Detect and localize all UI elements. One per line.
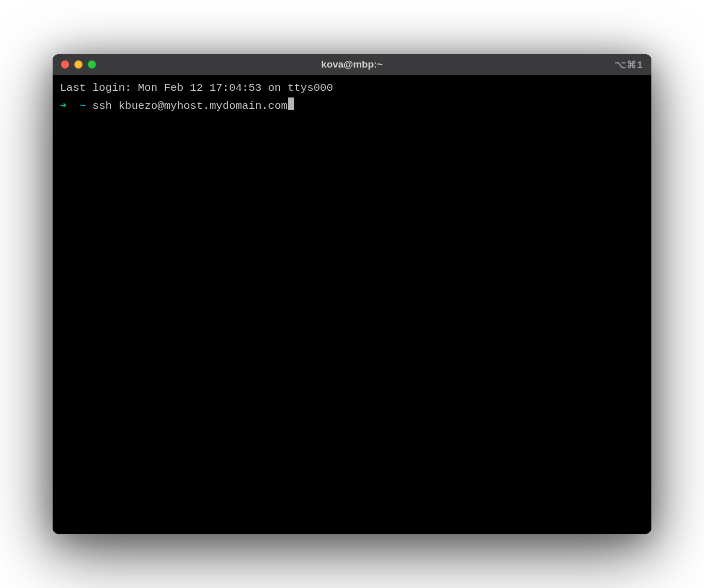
maximize-icon[interactable] [88, 60, 96, 69]
terminal-window: kova@mbp:~ ⌥⌘1 Last login: Mon Feb 12 17… [53, 54, 651, 534]
prompt-spacer [86, 98, 92, 115]
minimize-icon[interactable] [74, 60, 83, 69]
command-input[interactable]: ssh kbuezo@myhost.mydomain.com [92, 98, 287, 115]
prompt-spacer [67, 98, 79, 115]
window-shortcut-indicator: ⌥⌘1 [615, 59, 643, 71]
prompt-cwd: ~ [79, 98, 86, 115]
close-icon[interactable] [61, 60, 69, 69]
prompt-line: ➜ ~ ssh kbuezo@myhost.mydomain.com [60, 96, 644, 115]
terminal-body[interactable]: Last login: Mon Feb 12 17:04:53 on ttys0… [53, 75, 651, 534]
title-bar[interactable]: kova@mbp:~ ⌥⌘1 [53, 54, 651, 75]
last-login-line: Last login: Mon Feb 12 17:04:53 on ttys0… [60, 80, 644, 96]
traffic-lights [61, 60, 96, 69]
terminal-window-wrapper: kova@mbp:~ ⌥⌘1 Last login: Mon Feb 12 17… [53, 54, 651, 534]
window-title: kova@mbp:~ [321, 59, 382, 70]
prompt-arrow-icon: ➜ [60, 98, 67, 115]
cursor-icon [288, 97, 294, 110]
